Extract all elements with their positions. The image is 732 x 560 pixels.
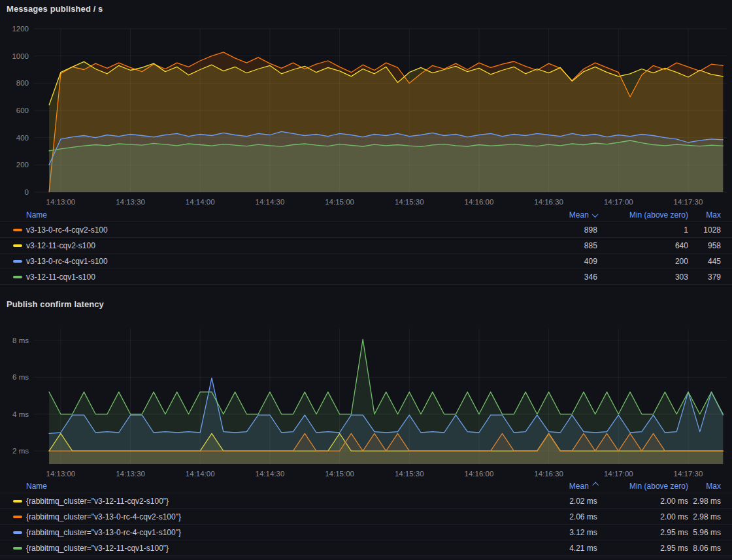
series-name-cell: {rabbitmq_cluster="v3-13-0-rc-4-cqv2-s10… [0, 509, 498, 525]
y-tick-label: 4 ms [12, 410, 29, 418]
series-color-swatch[interactable] [13, 244, 22, 247]
x-tick-label: 14:17:30 [674, 198, 703, 206]
x-tick-label: 14:14:00 [186, 198, 215, 206]
legend-header-min[interactable]: Min (above zero) [597, 479, 688, 493]
series-name-cell: {rabbitmq_cluster="v3-13-0-rc-4-cqv1-s10… [0, 525, 498, 540]
series-color-swatch[interactable] [13, 276, 22, 278]
legend-header-name[interactable]: Name [0, 479, 498, 493]
legend-header-min[interactable]: Min (above zero) [597, 208, 688, 222]
time-series-chart-latency[interactable]: 2 ms4 ms6 ms8 ms14:13:0014:13:3014:14:00… [0, 314, 732, 479]
series-min: 303 [597, 269, 688, 285]
legend-row[interactable]: v3-12-11-cqv2-s100885640958 [0, 238, 732, 254]
legend-row[interactable]: v3-12-11-cqv1-s100346303379 [0, 269, 732, 285]
panel-publish-confirm-latency: Publish confirm latency 2 ms4 ms6 ms8 ms… [0, 295, 732, 556]
series-name-cell: {rabbitmq_cluster="v3-12-11-cqv1-s100"} [0, 540, 498, 556]
x-tick-label: 14:15:00 [325, 198, 354, 206]
series-color-swatch[interactable] [13, 531, 22, 534]
panel-title[interactable]: Publish confirm latency [0, 295, 732, 314]
time-series-chart-messages[interactable]: 02004006008001000120014:13:0014:13:3014:… [0, 18, 732, 208]
series-max: 1028 [688, 222, 732, 238]
series-name[interactable]: {rabbitmq_cluster="v3-12-11-cqv1-s100"} [26, 544, 169, 553]
series-name-cell: v3-12-11-cqv2-s100 [0, 238, 498, 254]
y-tick-label: 0 [25, 188, 29, 196]
series-mean: 2.06 ms [498, 509, 597, 525]
series-color-swatch[interactable] [13, 260, 22, 263]
series-name[interactable]: {rabbitmq_cluster="v3-12-11-cqv2-s100"} [26, 497, 169, 506]
x-tick-label: 14:16:30 [534, 198, 563, 206]
legend-row[interactable]: {rabbitmq_cluster="v3-12-11-cqv2-s100"}2… [0, 493, 732, 509]
legend-row[interactable]: {rabbitmq_cluster="v3-13-0-rc-4-cqv1-s10… [0, 525, 732, 540]
series-mean: 346 [498, 269, 597, 285]
legend-header-max[interactable]: Max [688, 479, 732, 493]
series-mean: 409 [498, 254, 597, 269]
series-name[interactable]: v3-12-11-cqv2-s100 [26, 241, 95, 250]
legend-row[interactable]: v3-13-0-rc-4-cqv1-s100409200445 [0, 254, 732, 269]
x-tick-label: 14:17:30 [674, 470, 703, 478]
y-tick-label: 400 [16, 134, 29, 142]
series-name-cell: v3-13-0-rc-4-cqv2-s100 [0, 222, 498, 238]
series-min: 2.95 ms [597, 540, 688, 556]
x-tick-label: 14:16:00 [465, 198, 494, 206]
series-v3-12-11-cqv1-s100[interactable] [49, 140, 723, 192]
x-tick-label: 14:13:30 [116, 470, 145, 478]
legend-header-max[interactable]: Max [688, 208, 732, 222]
legend-header-mean[interactable]: Mean [498, 208, 597, 222]
series-name[interactable]: {rabbitmq_cluster="v3-13-0-rc-4-cqv2-s10… [26, 512, 181, 521]
panel-messages-published: Messages published / s 02004006008001000… [0, 0, 732, 285]
legend-header-mean[interactable]: Mean [498, 479, 597, 493]
legend-row[interactable]: v3-13-0-rc-4-cqv2-s10089811028 [0, 222, 732, 238]
legend-table: Name Mean Min (above zero) Max {rabbitmq… [0, 479, 732, 556]
series-min: 2.00 ms [597, 493, 688, 509]
y-tick-label: 6 ms [12, 373, 29, 381]
x-tick-label: 14:15:30 [395, 470, 424, 478]
series-name-cell: {rabbitmq_cluster="v3-12-11-cqv2-s100"} [0, 493, 498, 509]
series-name-cell: v3-12-11-cqv1-s100 [0, 269, 498, 285]
sort-caret-icon [591, 211, 598, 218]
legend-row[interactable]: {rabbitmq_cluster="v3-13-0-rc-4-cqv2-s10… [0, 509, 732, 525]
series-min: 640 [597, 238, 688, 254]
series-color-swatch[interactable] [13, 229, 22, 231]
panel-title[interactable]: Messages published / s [0, 0, 732, 18]
series-name[interactable]: v3-12-11-cqv1-s100 [26, 272, 95, 282]
y-tick-label: 8 ms [12, 337, 29, 344]
series-fill [49, 140, 723, 192]
y-tick-label: 800 [16, 79, 29, 87]
series-max: 2.98 ms [688, 493, 732, 509]
series-color-swatch[interactable] [13, 500, 22, 502]
series-color-swatch[interactable] [13, 516, 22, 518]
y-tick-label: 1200 [12, 25, 29, 33]
x-tick-label: 14:14:00 [186, 470, 215, 478]
x-tick-label: 14:15:30 [395, 198, 424, 206]
series-max: 2.98 ms [688, 509, 732, 525]
x-tick-label: 14:16:30 [534, 470, 563, 478]
series-max: 379 [688, 269, 732, 285]
series--rabbitmq-cluster-v3-12-11-cqv1-s100-[interactable] [49, 339, 723, 464]
x-tick-label: 14:13:00 [46, 198, 76, 206]
legend-header-row: Name Mean Min (above zero) Max [0, 479, 732, 493]
series-mean: 885 [498, 238, 597, 254]
panel-divider [0, 557, 732, 559]
y-tick-label: 1000 [12, 52, 29, 60]
legend-table: Name Mean Min (above zero) Max v3-13-0-r… [0, 208, 732, 285]
series-mean: 4.21 ms [498, 540, 597, 556]
series-color-swatch[interactable] [13, 547, 22, 550]
legend-row[interactable]: {rabbitmq_cluster="v3-12-11-cqv1-s100"}4… [0, 540, 732, 556]
legend-header-name[interactable]: Name [0, 208, 498, 222]
series-name[interactable]: v3-13-0-rc-4-cqv2-s100 [26, 225, 108, 235]
x-tick-label: 14:16:00 [465, 470, 494, 478]
series-min: 1 [597, 222, 688, 238]
x-tick-label: 14:17:00 [604, 470, 633, 478]
series-fill [49, 339, 723, 464]
series-min: 2.00 ms [597, 509, 688, 525]
x-tick-label: 14:15:00 [325, 470, 354, 478]
series-max: 5.96 ms [688, 525, 732, 540]
series-mean: 3.12 ms [498, 525, 597, 540]
series-max: 8.06 ms [688, 540, 732, 556]
grafana-dashboard: Messages published / s 02004006008001000… [0, 0, 732, 560]
series-name[interactable]: v3-13-0-rc-4-cqv1-s100 [26, 257, 108, 266]
series-name-cell: v3-13-0-rc-4-cqv1-s100 [0, 254, 498, 269]
series-mean: 898 [498, 222, 597, 238]
series-name[interactable]: {rabbitmq_cluster="v3-13-0-rc-4-cqv1-s10… [26, 528, 181, 537]
x-tick-label: 14:14:30 [256, 470, 285, 478]
series-min: 200 [597, 254, 688, 269]
